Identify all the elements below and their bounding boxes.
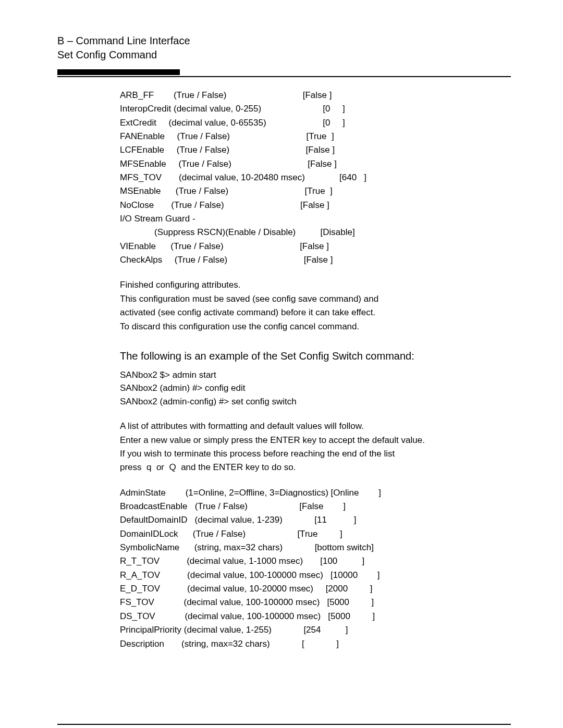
note-line: press q or Q and the ENTER key to do so.: [120, 461, 511, 474]
attribute-row: MFS_TOV (decimal value, 10-20480 msec) […: [120, 171, 511, 184]
attribute-row: R_T_TOV (decimal value, 1-1000 msec) [10…: [120, 554, 511, 568]
attribute-row: FANEnable (True / False) [True ]: [120, 130, 511, 143]
attribute-row: SymbolicName (string, max=32 chars) [bot…: [120, 541, 511, 554]
attribute-row: BroadcastEnable (True / False) [False ]: [120, 500, 511, 513]
header-line-1: B – Command Line Interface: [57, 34, 511, 48]
command-line: SANbox2 $> admin start: [120, 368, 511, 382]
attribute-row: MFSEnable (True / False) [False ]: [120, 157, 511, 171]
attribute-row: InteropCredit (decimal value, 0-255) [0 …: [120, 102, 511, 116]
attribute-row: ARB_FF (True / False) [False ]: [120, 89, 511, 102]
attribute-row: I/O Stream Guard -: [120, 212, 511, 226]
attribute-row: DS_TOV (decimal value, 100-100000 msec) …: [120, 610, 511, 623]
attribute-row: AdminState (1=Online, 2=Offline, 3=Diagn…: [120, 486, 511, 500]
command-lines: SANbox2 $> admin startSANbox2 (admin) #>…: [120, 368, 511, 409]
note-line: activated (see config activate command) …: [120, 306, 511, 319]
attribute-row: DefaultDomainID (decimal value, 1-239) […: [120, 513, 511, 527]
attribute-row: NoClose (True / False) [False ]: [120, 199, 511, 212]
attribute-list-2: AdminState (1=Online, 2=Offline, 3=Diagn…: [120, 486, 511, 651]
note-line: This configuration must be saved (see co…: [120, 292, 511, 306]
header-line-2: Set Config Command: [57, 48, 511, 62]
config-notes-2: A list of attributes with formatting and…: [120, 419, 511, 474]
section-heading: The following is an example of the Set C…: [120, 348, 511, 364]
attribute-row: CheckAlps (True / False) [False ]: [120, 253, 511, 267]
attribute-row: R_A_TOV (decimal value, 100-100000 msec)…: [120, 569, 511, 582]
note-line: Finished configuring attributes.: [120, 278, 511, 292]
attribute-row: DomainIDLock (True / False) [True ]: [120, 527, 511, 541]
footer-rule: [57, 724, 511, 725]
attribute-row: MSEnable (True / False) [True ]: [120, 184, 511, 198]
note-line: A list of attributes with formatting and…: [120, 419, 511, 433]
attribute-row: ExtCredit (decimal value, 0-65535) [0 ]: [120, 116, 511, 130]
attribute-row: FS_TOV (decimal value, 100-100000 msec) …: [120, 596, 511, 609]
command-line: SANbox2 (admin-config) #> set config swi…: [120, 395, 511, 409]
attribute-row: LCFEnable (True / False) [False ]: [120, 143, 511, 157]
attribute-row: PrincipalPriority (decimal value, 1-255)…: [120, 623, 511, 637]
header-rule: [57, 67, 511, 77]
config-notes-1: Finished configuring attributes.This con…: [120, 278, 511, 333]
attribute-row: Description (string, max=32 chars) [ ]: [120, 637, 511, 651]
note-line: Enter a new value or simply press the EN…: [120, 434, 511, 447]
attribute-row: (Suppress RSCN)(Enable / Disable) [Disab…: [120, 226, 511, 239]
attribute-row: E_D_TOV (decimal value, 10-20000 msec) […: [120, 582, 511, 596]
note-line: To discard this configuration use the co…: [120, 320, 511, 334]
attribute-row: VIEnable (True / False) [False ]: [120, 240, 511, 253]
attribute-list-1: ARB_FF (True / False) [False ]InteropCre…: [120, 89, 511, 267]
page-header: B – Command Line Interface Set Config Co…: [57, 34, 511, 62]
command-line: SANbox2 (admin) #> config edit: [120, 381, 511, 395]
note-line: If you wish to terminate this process be…: [120, 447, 511, 461]
